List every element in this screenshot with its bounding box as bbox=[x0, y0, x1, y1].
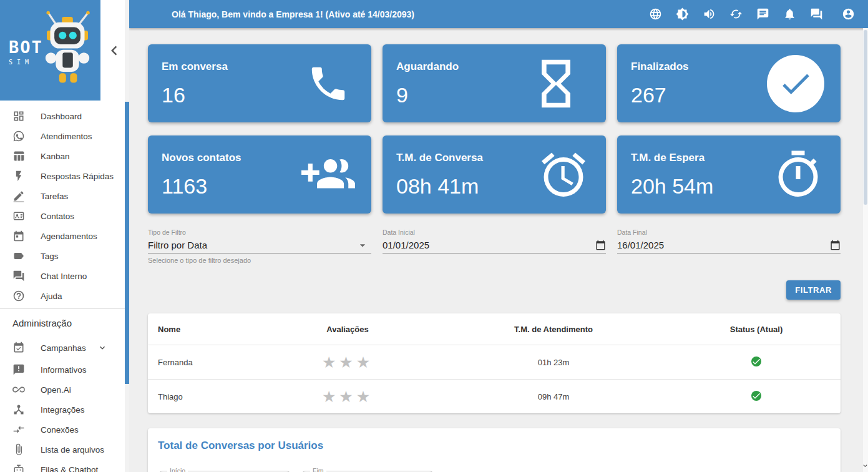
status-online-badge bbox=[751, 391, 761, 401]
filter-type-select[interactable]: Filtro por Data bbox=[148, 237, 371, 253]
page-scrollbar[interactable] bbox=[863, 28, 868, 472]
pencil-icon bbox=[12, 190, 25, 202]
calendar-check-icon bbox=[12, 342, 25, 354]
column-header-nome: Nome bbox=[148, 325, 260, 334]
sidebar-item-label: Kanban bbox=[41, 152, 70, 161]
rating-stars: ★★★ bbox=[322, 353, 373, 371]
filter-type-helper: Selecione o tipo de filtro desejado bbox=[148, 257, 371, 264]
totals-start-input[interactable]: Início bbox=[158, 467, 291, 472]
sidebar-item-tags[interactable]: Tags bbox=[0, 246, 125, 266]
bell-icon[interactable] bbox=[783, 7, 796, 21]
sidebar-item-label: Tarefas bbox=[41, 192, 68, 201]
sidebar-item-atendimentos[interactable]: Atendimentos bbox=[0, 126, 125, 146]
sidebar-item-label: Dashboard bbox=[41, 112, 82, 121]
hourglass-icon bbox=[527, 52, 585, 115]
sidebar-item-agendamentos[interactable]: Agendamentos bbox=[0, 226, 125, 246]
sidebar-item-filas-chatbot[interactable]: Filas & Chatbot bbox=[0, 460, 125, 472]
sidebar-item-respostas-rapidas[interactable]: Respostas Rápidas bbox=[0, 166, 125, 186]
sidebar-item-kanban[interactable]: Kanban bbox=[0, 146, 125, 166]
totals-start-label: Início bbox=[167, 467, 188, 472]
filter-type-label: Tipo de Filtro bbox=[148, 229, 371, 237]
main-content: Em conversa 16 Aguardando 9 Finalizados … bbox=[129, 28, 863, 472]
forum-icon[interactable] bbox=[810, 7, 823, 21]
column-header-avaliacoes: Avaliações bbox=[260, 325, 435, 334]
totals-section: Total de Conversas por Usuários Início F… bbox=[148, 428, 841, 472]
tag-icon bbox=[12, 250, 25, 262]
stat-card-novos-contatos: Novos contatos 1163 bbox=[148, 135, 371, 214]
volume-icon[interactable] bbox=[703, 7, 716, 21]
end-date-input[interactable]: 16/01/2025 bbox=[617, 237, 841, 253]
sidebar-item-contatos[interactable]: Contatos bbox=[0, 206, 125, 226]
sidebar-item-label: Tags bbox=[41, 252, 59, 261]
greeting-text: Olá Thiago, Bem vindo a Empresa 1! (Ativ… bbox=[129, 9, 414, 19]
filters: Tipo de Filtro Filtro por Data Selecione… bbox=[148, 229, 841, 264]
help-icon bbox=[12, 290, 25, 302]
totals-end-label: Fim bbox=[310, 467, 326, 472]
attendant-name: Thiago bbox=[148, 392, 260, 401]
app-logo: BOT SIM bbox=[0, 0, 100, 101]
totals-end-input[interactable]: Fim bbox=[301, 467, 434, 472]
sidebar-item-label: Conexões bbox=[41, 425, 79, 435]
check-circle-icon bbox=[767, 55, 824, 112]
hub-icon bbox=[12, 403, 25, 416]
totals-date-fields: Início Fim bbox=[158, 467, 831, 472]
sidebar-item-label: Agendamentos bbox=[41, 232, 97, 241]
whatsapp-icon bbox=[12, 130, 25, 142]
stat-card-em-conversa: Em conversa 16 bbox=[148, 44, 371, 122]
globe-icon[interactable] bbox=[649, 7, 662, 21]
filter-button-row: FILTRAR bbox=[148, 280, 841, 300]
calendar-picker-icon[interactable] bbox=[595, 240, 606, 250]
check-icon bbox=[751, 356, 761, 366]
timer-icon bbox=[772, 149, 824, 201]
stat-card-tm-espera: T.M. de Espera 20h 54m bbox=[617, 135, 841, 214]
rating-stars: ★★★ bbox=[322, 388, 373, 405]
filter-type-field: Tipo de Filtro Filtro por Data Selecione… bbox=[148, 229, 371, 264]
sidebar-scrollbar-thumb[interactable] bbox=[125, 102, 129, 384]
person-add-icon bbox=[301, 148, 355, 202]
kanban-icon bbox=[12, 150, 25, 162]
attendant-tm: 09h 47m bbox=[435, 392, 672, 401]
brightness-icon[interactable] bbox=[676, 7, 689, 21]
sidebar-item-label: Filas & Chatbot bbox=[41, 465, 98, 472]
swap-arrows-icon bbox=[12, 423, 25, 436]
column-header-tm-atendimento: T.M. de Atendimento bbox=[435, 325, 672, 334]
sidebar-item-chat-interno[interactable]: Chat Interno bbox=[0, 266, 125, 286]
sidebar-scrollbar[interactable] bbox=[125, 0, 129, 472]
sidebar-item-tarefas[interactable]: Tarefas bbox=[0, 186, 125, 206]
start-date-label: Data Inicial bbox=[383, 229, 606, 237]
calendar-picker-icon[interactable] bbox=[830, 240, 841, 250]
contact-card-icon bbox=[12, 210, 25, 222]
sidebar-item-label: Lista de arquivos bbox=[41, 445, 104, 455]
filter-button[interactable]: FILTRAR bbox=[786, 280, 841, 300]
attendant-tm: 01h 23m bbox=[435, 358, 672, 367]
sidebar-item-label: Contatos bbox=[41, 212, 74, 221]
top-bar: Olá Thiago, Bem vindo a Empresa 1! (Ativ… bbox=[129, 0, 868, 28]
check-icon bbox=[751, 391, 761, 401]
stat-card-aguardando: Aguardando 9 bbox=[383, 44, 606, 122]
filter-type-value: Filtro por Data bbox=[148, 240, 356, 250]
stat-card-finalizados: Finalizados 267 bbox=[617, 44, 841, 122]
sidebar-item-integracoes[interactable]: Integrações bbox=[0, 400, 125, 420]
sidebar-item-conexoes[interactable]: Conexões bbox=[0, 420, 125, 440]
chevron-left-icon bbox=[105, 41, 124, 60]
sidebar-collapse-button[interactable] bbox=[105, 41, 124, 60]
sidebar-item-campanhas[interactable]: Campanhas bbox=[0, 336, 125, 360]
sidebar-item-lista-de-arquivos[interactable]: Lista de arquivos bbox=[0, 440, 125, 460]
sync-icon[interactable] bbox=[729, 7, 743, 21]
totals-section-title: Total de Conversas por Usuários bbox=[158, 440, 831, 452]
chat-icon[interactable] bbox=[756, 7, 769, 21]
check-icon bbox=[778, 66, 814, 102]
sidebar-item-informativos[interactable]: Informativos bbox=[0, 360, 125, 380]
sidebar-item-openai[interactable]: Open.Ai bbox=[0, 380, 125, 400]
chevron-down-icon bbox=[97, 343, 107, 353]
attendant-name: Fernanda bbox=[148, 358, 260, 367]
start-date-input[interactable]: 01/01/2025 bbox=[383, 237, 606, 253]
account-icon[interactable] bbox=[842, 7, 855, 21]
announcement-icon bbox=[12, 363, 25, 376]
top-bar-actions bbox=[649, 7, 868, 21]
sidebar-item-ajuda[interactable]: Ajuda bbox=[0, 286, 125, 306]
sidebar-section-title: Administração bbox=[0, 309, 125, 336]
page-scrollbar-thumb[interactable] bbox=[864, 30, 867, 205]
sidebar-item-dashboard[interactable]: Dashboard bbox=[0, 106, 125, 126]
scroll-down-icon[interactable] bbox=[861, 462, 868, 470]
